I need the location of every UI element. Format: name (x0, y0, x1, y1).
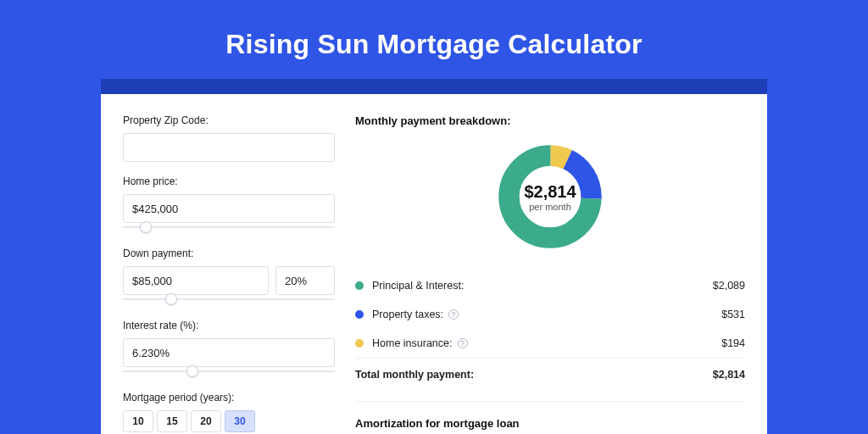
amortization-title: Amortization for mortgage loan (355, 417, 745, 430)
legend-row: Principal & Interest:$2,089 (355, 271, 745, 300)
donut-sub: per month (529, 202, 571, 212)
legend-label: Principal & Interest: (372, 280, 713, 292)
calculator-card: Property Zip Code: Home price: Down paym… (101, 94, 767, 434)
legend: Principal & Interest:$2,089Property taxe… (355, 271, 745, 358)
legend-dot-icon (355, 281, 364, 290)
inputs-panel: Property Zip Code: Home price: Down paym… (123, 114, 335, 434)
donut-value: $2,814 (524, 182, 576, 202)
interest-rate-label: Interest rate (%): (123, 320, 335, 331)
home-price-block: Home price: (123, 175, 335, 234)
home-price-slider[interactable] (123, 222, 335, 234)
home-price-input[interactable] (123, 194, 335, 223)
down-payment-block: Down payment: (123, 248, 335, 306)
divider (355, 401, 745, 402)
down-payment-slider[interactable] (123, 294, 335, 306)
legend-label: Home insurance: ? (372, 337, 721, 349)
legend-row: Home insurance: ?$194 (355, 329, 745, 358)
period-label: Mortgage period (years): (123, 392, 335, 403)
period-option-20[interactable]: 20 (191, 410, 221, 432)
period-block: Mortgage period (years): 10152030 (123, 392, 335, 432)
info-icon[interactable]: ? (458, 338, 468, 348)
legend-total-label: Total monthly payment: (355, 369, 713, 381)
breakdown-title: Monthly payment breakdown: (355, 114, 745, 127)
donut-chart: $2,814 per month (355, 137, 745, 259)
legend-total-row: Total monthly payment: $2,814 (355, 358, 745, 389)
interest-rate-input[interactable] (123, 338, 335, 367)
breakdown-panel: Monthly payment breakdown: $2,814 per mo… (355, 114, 745, 434)
period-option-30[interactable]: 30 (225, 410, 255, 432)
legend-value: $531 (721, 309, 745, 320)
period-group: 10152030 (123, 410, 335, 432)
legend-dot-icon (355, 310, 364, 319)
down-payment-input[interactable] (123, 266, 269, 295)
zip-block: Property Zip Code: (123, 114, 335, 162)
legend-label: Property taxes: ? (372, 309, 721, 320)
interest-rate-block: Interest rate (%): (123, 320, 335, 378)
down-payment-pct-input[interactable] (275, 266, 335, 295)
interest-rate-slider[interactable] (123, 366, 335, 378)
page-title: Rising Sun Mortgage Calculator (0, 0, 868, 79)
legend-value: $194 (721, 337, 745, 349)
period-option-15[interactable]: 15 (157, 410, 187, 432)
legend-dot-icon (355, 339, 364, 348)
info-icon[interactable]: ? (448, 309, 459, 320)
period-option-10[interactable]: 10 (123, 410, 153, 432)
zip-input[interactable] (123, 133, 335, 162)
legend-value: $2,089 (713, 280, 745, 292)
zip-label: Property Zip Code: (123, 114, 335, 126)
home-price-label: Home price: (123, 175, 335, 187)
legend-row: Property taxes: ?$531 (355, 300, 745, 329)
down-payment-label: Down payment: (123, 248, 335, 259)
header-banner (101, 79, 767, 94)
legend-total-value: $2,814 (713, 369, 745, 381)
